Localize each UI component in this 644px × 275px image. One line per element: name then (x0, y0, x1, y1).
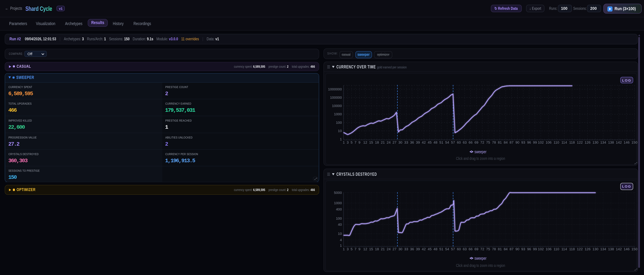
svg-text:106: 106 (546, 140, 551, 144)
svg-text:24: 24 (386, 140, 390, 144)
svg-text:96: 96 (527, 247, 531, 251)
svg-text:12: 12 (363, 140, 367, 144)
svg-text:7: 7 (354, 247, 356, 251)
svg-text:54: 54 (445, 247, 449, 251)
svg-text:10: 10 (338, 232, 342, 236)
svg-text:99: 99 (533, 140, 537, 144)
svg-text:110: 110 (554, 247, 559, 251)
svg-text:126: 126 (584, 140, 590, 144)
svg-text:126: 126 (584, 247, 590, 251)
svg-text:1: 1 (340, 137, 342, 141)
svg-text:sweeper: sweeper (474, 150, 486, 154)
svg-text:130: 130 (592, 140, 598, 144)
svg-text:84: 84 (504, 247, 508, 251)
svg-text:36: 36 (410, 140, 414, 144)
svg-text:93: 93 (521, 140, 525, 144)
svg-text:5: 5 (350, 247, 352, 251)
svg-text:122: 122 (576, 140, 582, 144)
svg-text:66: 66 (468, 247, 472, 251)
svg-text:27: 27 (392, 247, 396, 251)
svg-text:75: 75 (486, 140, 490, 144)
svg-text:150: 150 (631, 140, 637, 144)
svg-text:87: 87 (509, 140, 513, 144)
svg-text:51: 51 (439, 140, 443, 144)
svg-text:21: 21 (380, 140, 384, 144)
svg-text:142: 142 (616, 247, 622, 251)
svg-text:39: 39 (416, 140, 420, 144)
svg-text:100000: 100000 (330, 96, 342, 100)
svg-text:114: 114 (561, 247, 567, 251)
svg-text:114: 114 (561, 140, 567, 144)
svg-text:sweeper: sweeper (474, 256, 486, 260)
svg-text:42: 42 (422, 140, 426, 144)
svg-text:90: 90 (515, 247, 519, 251)
svg-text:72: 72 (480, 140, 484, 144)
svg-text:60: 60 (457, 140, 460, 144)
svg-text:118: 118 (569, 247, 574, 251)
svg-text:60: 60 (457, 247, 460, 251)
svg-text:130: 130 (592, 247, 598, 251)
svg-text:72: 72 (480, 247, 484, 251)
svg-text:75: 75 (486, 247, 490, 251)
svg-text:18: 18 (375, 140, 379, 144)
svg-text:84: 84 (504, 140, 508, 144)
svg-text:99: 99 (533, 247, 537, 251)
svg-text:33: 33 (404, 247, 408, 251)
svg-text:118: 118 (569, 140, 574, 144)
svg-text:27: 27 (392, 140, 396, 144)
svg-text:81: 81 (498, 140, 502, 144)
svg-text:4: 4 (340, 238, 342, 242)
svg-text:5000: 5000 (334, 190, 342, 194)
svg-text:106: 106 (546, 247, 551, 251)
svg-text:63: 63 (462, 247, 466, 251)
svg-text:5: 5 (350, 140, 352, 144)
svg-text:1: 1 (343, 247, 345, 251)
svg-text:1000000: 1000000 (328, 87, 342, 91)
svg-text:7: 7 (354, 140, 356, 144)
svg-text:110: 110 (554, 140, 559, 144)
svg-text:48: 48 (433, 247, 437, 251)
svg-text:42: 42 (422, 247, 426, 251)
svg-text:87: 87 (509, 247, 513, 251)
svg-text:100: 100 (336, 216, 342, 220)
svg-text:69: 69 (474, 247, 478, 251)
svg-text:400: 400 (336, 207, 342, 211)
svg-text:134: 134 (600, 140, 606, 144)
svg-text:93: 93 (521, 247, 525, 251)
svg-text:69: 69 (474, 140, 478, 144)
svg-text:1000: 1000 (334, 201, 342, 205)
svg-text:96: 96 (527, 140, 531, 144)
svg-text:122: 122 (576, 247, 582, 251)
svg-text:90: 90 (515, 140, 519, 144)
svg-text:9: 9 (358, 247, 360, 251)
svg-text:39: 39 (416, 247, 420, 251)
svg-text:Click and drag to zoom into a: Click and drag to zoom into a region (456, 263, 505, 268)
svg-text:Click and drag to zoom into a: Click and drag to zoom into a region (456, 156, 505, 161)
svg-text:15: 15 (369, 247, 373, 251)
svg-text:57: 57 (451, 247, 455, 251)
svg-text:102: 102 (538, 140, 544, 144)
svg-text:1000: 1000 (334, 112, 342, 116)
svg-text:9: 9 (358, 140, 360, 144)
svg-text:45: 45 (428, 140, 432, 144)
svg-text:63: 63 (462, 140, 466, 144)
svg-text:81: 81 (498, 247, 502, 251)
svg-text:102: 102 (538, 247, 544, 251)
svg-text:78: 78 (492, 140, 496, 144)
svg-text:45: 45 (428, 247, 432, 251)
svg-text:100: 100 (336, 120, 342, 124)
svg-text:134: 134 (600, 247, 606, 251)
svg-text:146: 146 (624, 247, 630, 251)
svg-text:33: 33 (404, 140, 408, 144)
svg-text:10000: 10000 (332, 104, 342, 108)
svg-text:142: 142 (616, 140, 622, 144)
svg-text:1: 1 (343, 140, 345, 144)
svg-text:66: 66 (468, 140, 472, 144)
svg-text:150: 150 (631, 247, 637, 251)
svg-text:36: 36 (410, 247, 414, 251)
svg-text:78: 78 (492, 247, 496, 251)
svg-text:10: 10 (338, 129, 342, 133)
svg-text:12: 12 (363, 247, 367, 251)
svg-text:24: 24 (386, 247, 390, 251)
svg-text:138: 138 (608, 247, 614, 251)
